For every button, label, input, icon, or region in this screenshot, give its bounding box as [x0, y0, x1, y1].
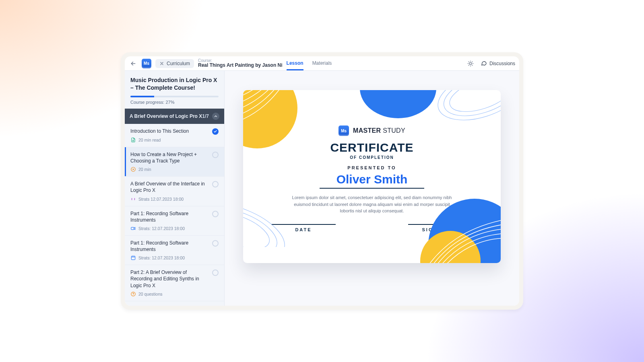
lesson-title: Part 2: A Brief Overview of Recording an… — [130, 269, 209, 289]
progress-fill — [130, 96, 154, 97]
tab-materials[interactable]: Materials — [312, 60, 332, 70]
brand-text: MASTER STUDY — [353, 127, 405, 134]
section-count: 1/7 — [202, 113, 209, 119]
decor-lines-br — [416, 187, 501, 263]
svg-point-9 — [439, 90, 501, 124]
curriculum-label: Curriculum — [167, 61, 190, 66]
decor-lines-bl — [243, 179, 303, 247]
close-icon — [159, 61, 164, 66]
lesson-meta: Strats: 12.07.2023 18:00 — [130, 226, 219, 231]
certificate-presented: PRESENTED TO — [259, 165, 485, 170]
lesson-item[interactable]: Part 3: Recording Audio + a Brief Overvi… — [125, 301, 224, 306]
lesson-title: A Brief Overview of the Interface in Log… — [130, 181, 209, 193]
status-incomplete-icon — [212, 181, 219, 187]
svg-rect-3 — [131, 256, 135, 260]
chevron-up-icon — [214, 114, 218, 118]
sidebar-header: Music Production in Logic Pro X – The Co… — [125, 71, 224, 109]
discussions-label: Discussions — [489, 61, 515, 66]
section-header[interactable]: A Brief Overview of Logic Pro X 1/7 — [125, 109, 224, 124]
live-icon — [130, 196, 136, 202]
lesson-item[interactable]: Part 2: A Brief Overview of Recording an… — [125, 265, 224, 301]
back-button[interactable] — [129, 59, 138, 68]
lesson-item[interactable]: How to Create a New Project + Choosing a… — [125, 147, 224, 177]
lesson-title: Part 1: Recording Software Instruments — [130, 240, 209, 253]
lesson-title: Part 1: Recording Software Instruments — [130, 210, 209, 223]
header-right-controls: Discussions — [466, 59, 515, 68]
status-incomplete-icon — [212, 152, 219, 158]
device-frame: Ms Curriculum Course: Real Things Art Pa… — [121, 52, 523, 310]
chat-icon — [481, 60, 487, 67]
svg-point-11 — [243, 192, 292, 247]
lesson-item[interactable]: Introduction to This Section20 min read — [125, 124, 224, 147]
lesson-title: Introduction to This Section — [130, 128, 209, 134]
lesson-meta: 20 min — [130, 167, 219, 172]
app-body: Music Production in Logic Pro X – The Co… — [125, 71, 519, 306]
section-title: A Brief Overview of Logic Pro X — [130, 113, 202, 119]
brand-logo-icon: Ms — [339, 125, 349, 136]
section-toggle[interactable] — [212, 113, 219, 120]
lesson-item[interactable]: A Brief Overview of the Interface in Log… — [125, 177, 224, 206]
decor-lines-tr — [436, 90, 501, 147]
svg-point-0 — [469, 62, 471, 64]
curriculum-sidebar: Music Production in Logic Pro X – The Co… — [125, 71, 225, 306]
lesson-item[interactable]: Part 1: Recording Software InstrumentsSt… — [125, 236, 224, 265]
course-title: Music Production in Logic Pro X – The Co… — [130, 76, 219, 92]
progress-label: Course progress: 27% — [130, 100, 219, 105]
course-breadcrumb-title: Real Things Art Painting by Jason Ni — [198, 63, 283, 68]
lesson-meta: 20 min read — [130, 137, 219, 143]
status-incomplete-icon — [212, 240, 219, 247]
top-bar: Ms Curriculum Course: Real Things Art Pa… — [125, 56, 519, 71]
arrow-left-icon — [130, 60, 136, 67]
cal-icon — [130, 255, 136, 261]
certificate-name-underline — [320, 188, 424, 189]
discussions-button[interactable]: Discussions — [481, 60, 515, 67]
lesson-item[interactable]: Part 1: Recording Software InstrumentsSt… — [125, 206, 224, 236]
lesson-title: Part 3: Recording Audio + a Brief Overvi… — [130, 305, 209, 306]
svg-point-5 — [133, 295, 133, 295]
course-breadcrumb: Course: Real Things Art Painting by Jaso… — [198, 58, 283, 68]
status-incomplete-icon — [212, 269, 219, 276]
lesson-meta: 20 questions — [130, 291, 219, 297]
certificate-name: Oliver Smith — [331, 173, 413, 188]
doc-icon — [130, 137, 136, 143]
course-progress: Course progress: 27% — [130, 96, 219, 105]
theme-toggle[interactable] — [466, 59, 475, 68]
play-icon — [130, 167, 136, 172]
header-tabs: Lesson Materials — [287, 56, 332, 70]
quiz-icon — [130, 291, 136, 297]
status-complete-icon — [212, 128, 219, 135]
app-logo: Ms — [142, 59, 151, 68]
app-window: Ms Curriculum Course: Real Things Art Pa… — [125, 56, 519, 306]
certificate-card: Ms MASTER STUDY CERTIFICATE OF COMPLETIO… — [243, 90, 501, 263]
curriculum-chip[interactable]: Curriculum — [155, 59, 194, 68]
status-incomplete-icon — [212, 211, 219, 217]
tab-lesson[interactable]: Lesson — [287, 60, 303, 70]
lesson-content: Ms MASTER STUDY CERTIFICATE OF COMPLETIO… — [225, 71, 519, 306]
decor-circle-blue-tr — [360, 90, 436, 118]
lesson-meta: Strats 12.07.2023 18:00 — [130, 196, 219, 202]
decor-lines-tl — [243, 90, 320, 134]
svg-point-13 — [243, 206, 274, 247]
lesson-title: How to Create a New Project + Choosing a… — [130, 151, 209, 164]
lesson-meta: Strats: 12.07.2023 18:00 — [130, 255, 219, 261]
lesson-list[interactable]: Introduction to This Section20 min readH… — [125, 124, 224, 306]
svg-rect-2 — [131, 227, 134, 230]
certificate-subtitle: OF COMPLETION — [259, 155, 485, 160]
svg-point-12 — [243, 199, 283, 247]
sun-icon — [467, 60, 474, 67]
video-icon — [130, 226, 136, 231]
